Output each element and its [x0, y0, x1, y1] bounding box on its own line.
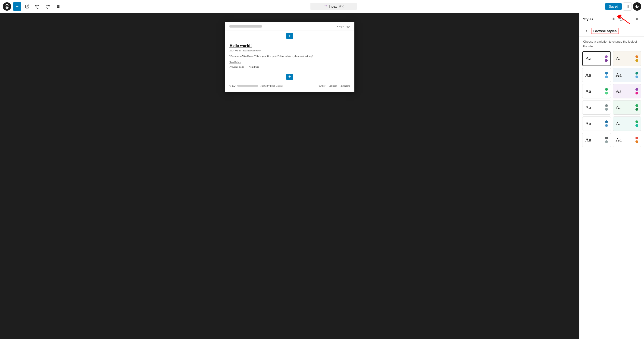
style-card-teal[interactable]: Aa	[613, 68, 642, 82]
style-card-orange[interactable]: Aa	[613, 133, 642, 147]
rotate-icon-button[interactable]	[618, 16, 624, 22]
dot-1	[605, 72, 608, 74]
dot-1	[605, 88, 608, 91]
dot-1	[605, 120, 608, 123]
style-card-text: Aa	[585, 104, 591, 110]
more-options-button[interactable]	[626, 16, 632, 22]
browse-description: Choose a variation to change the look of…	[580, 36, 644, 51]
preview-post-title: Hello world!	[230, 43, 350, 48]
style-card-darkgreen[interactable]: Aa	[613, 100, 642, 114]
preview-footer-links: Twitter · LinkedIn · Instagram	[319, 84, 350, 87]
style-card-text: Aa	[585, 121, 591, 127]
browse-styles-title: Browse styles	[591, 28, 619, 34]
dark-mode-button[interactable]	[633, 2, 641, 11]
dot-2	[636, 76, 638, 78]
dot-2	[605, 76, 608, 78]
style-card-warm[interactable]: Aa	[613, 51, 642, 66]
styles-grid: Aa Aa Aa	[580, 51, 644, 150]
preview-post-meta: 2024-02-16 · razanuwuco9549	[230, 49, 350, 52]
add-block-top-button[interactable]: +	[286, 33, 293, 39]
style-card-gray[interactable]: Aa	[582, 100, 611, 114]
style-card-text: Aa	[586, 56, 592, 62]
preview-content: Hello world! 2024-02-16 · razanuwuco9549…	[225, 41, 354, 73]
dot-2	[605, 59, 608, 62]
dot-1	[605, 104, 608, 107]
style-card-blue[interactable]: Aa	[582, 68, 611, 82]
preview-eye-button[interactable]	[610, 16, 617, 22]
sidebar-browse-header: ‹ Browse styles	[580, 25, 644, 36]
style-card-gray2[interactable]: Aa	[582, 133, 611, 147]
dot-2	[636, 140, 638, 143]
style-dots	[605, 136, 608, 143]
page-title-text: Index	[329, 5, 337, 8]
dot-2	[605, 108, 608, 111]
style-dots	[636, 104, 638, 111]
svg-point-15	[630, 19, 630, 19]
browse-back-button[interactable]: ‹	[583, 28, 590, 34]
style-card-text: Aa	[616, 137, 622, 143]
topbar-center: ⬚ Index ⌘K	[64, 3, 603, 10]
svg-rect-8	[626, 5, 629, 8]
style-card-text: Aa	[616, 72, 622, 78]
svg-point-13	[628, 19, 628, 19]
svg-point-14	[629, 19, 630, 19]
dot-1	[605, 136, 608, 140]
wordpress-logo: W	[3, 2, 11, 11]
sidebar-header: Styles	[580, 13, 644, 25]
style-card-blue2[interactable]: Aa	[582, 116, 611, 131]
sidebar-title: Styles	[583, 17, 593, 21]
style-dots	[636, 72, 638, 78]
preview-nav-link[interactable]: Sample Page	[336, 25, 350, 28]
style-dots	[636, 136, 638, 143]
style-card-text: Aa	[585, 88, 591, 94]
preview-frame: Sample Page + Hello world! 2024-02-16 · …	[225, 22, 354, 92]
theme-text: · Theme by Brian Gardner	[259, 84, 283, 87]
style-card-olive[interactable]: Aa	[613, 116, 642, 131]
style-card-text: Aa	[585, 137, 591, 143]
prev-page-link[interactable]: Previous Page	[230, 65, 244, 68]
close-sidebar-button[interactable]	[634, 16, 640, 22]
style-dots	[605, 120, 608, 127]
style-card-text: Aa	[616, 56, 622, 62]
preview-footer-bar	[237, 85, 258, 86]
saved-button[interactable]: Saved	[605, 3, 622, 10]
style-card-text: Aa	[616, 88, 622, 94]
style-dots	[605, 88, 608, 94]
preview-site-title	[230, 25, 262, 28]
preview-read-more[interactable]: Read More	[230, 61, 350, 64]
canvas-area: Sample Page + Hello world! 2024-02-16 · …	[0, 13, 579, 339]
page-title-button[interactable]: ⬚ Index ⌘K	[310, 3, 357, 10]
dot-1	[605, 55, 608, 58]
dot-1	[636, 104, 638, 107]
style-card-default[interactable]: Aa	[582, 51, 611, 66]
next-page-link[interactable]: Next Page	[248, 65, 259, 68]
styles-sidebar: Styles ‹ Browse styles Choo	[579, 13, 644, 339]
style-card-text: Aa	[585, 72, 591, 78]
topbar: W + ⬚ Index ⌘K Saved	[0, 0, 644, 13]
topbar-right: Saved	[605, 2, 641, 11]
dot-2	[636, 92, 638, 94]
style-dots	[636, 55, 638, 62]
preview-header: Sample Page	[225, 22, 354, 31]
dot-1	[636, 120, 638, 123]
dot-2	[636, 108, 638, 111]
linkedin-link[interactable]: LinkedIn	[329, 84, 337, 87]
list-view-button[interactable]	[54, 2, 62, 11]
dot-2	[636, 124, 638, 127]
preview-footer: © 2024 · Theme by Brian Gardner Twitter …	[225, 82, 354, 90]
page-icon: ⬚	[324, 4, 327, 8]
svg-text:W: W	[6, 5, 8, 8]
add-block-bottom-button[interactable]: +	[286, 74, 293, 80]
dot-2	[605, 124, 608, 127]
redo-button[interactable]	[44, 2, 52, 11]
add-block-button[interactable]: +	[13, 2, 21, 11]
style-card-pink[interactable]: Aa	[613, 84, 642, 98]
twitter-link[interactable]: Twitter	[319, 84, 326, 87]
panel-toggle-button[interactable]	[623, 2, 632, 11]
instagram-link[interactable]: Instagram	[340, 84, 350, 87]
edit-icon[interactable]	[23, 2, 32, 11]
style-card-green[interactable]: Aa	[582, 84, 611, 98]
dot-2	[605, 92, 608, 94]
undo-button[interactable]	[33, 2, 42, 11]
dot-1	[636, 72, 638, 74]
